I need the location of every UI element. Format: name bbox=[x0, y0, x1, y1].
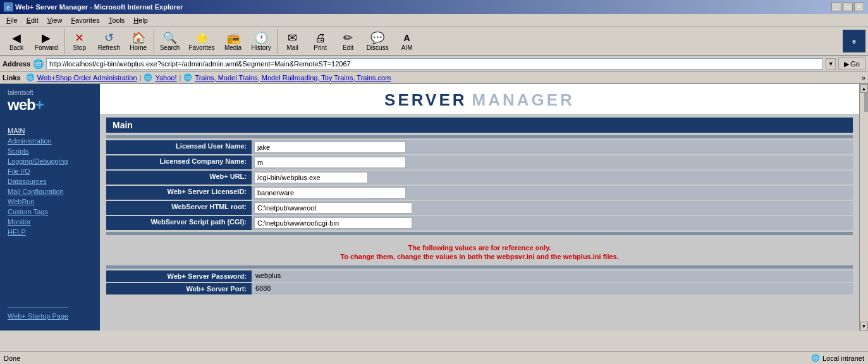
home-label: Home bbox=[130, 44, 147, 51]
input-bg-licenseid bbox=[252, 186, 853, 200]
menu-favorites[interactable]: Favorites bbox=[67, 15, 103, 25]
label-url: Web+ URL: bbox=[106, 171, 252, 185]
links-item-webshop[interactable]: Web+Shop Order Administration bbox=[37, 74, 137, 82]
go-label: Go bbox=[850, 60, 860, 68]
input-url[interactable] bbox=[254, 172, 368, 183]
section-title: Main bbox=[113, 120, 133, 130]
nav-help[interactable]: HELP bbox=[8, 228, 92, 236]
toolbar-sep2 bbox=[154, 28, 154, 54]
notice-text-1: The following values are for reference o… bbox=[106, 239, 853, 253]
minimize-button[interactable]: _ bbox=[831, 3, 841, 11]
content-area: talentsoft web+ MAIN Administration Scri… bbox=[0, 84, 868, 331]
print-icon: 🖨 bbox=[315, 32, 326, 44]
scroll-down-button[interactable]: ▼ bbox=[860, 322, 868, 331]
notice-text-2: To change them, change the values in bot… bbox=[106, 253, 853, 265]
webplus-label: web bbox=[8, 96, 35, 113]
server-word: SERVER bbox=[384, 90, 467, 110]
nav-mail[interactable]: Mail Configuration bbox=[8, 187, 92, 196]
history-label: History bbox=[252, 44, 271, 51]
input-licenseid[interactable] bbox=[254, 187, 406, 198]
manager-word: MANAGER bbox=[472, 90, 575, 110]
nav-monitor[interactable]: Monitor bbox=[8, 217, 92, 226]
nav-main[interactable]: MAIN bbox=[8, 126, 92, 135]
go-button[interactable]: ▶ Go bbox=[838, 58, 865, 70]
aim-label: AIM bbox=[401, 44, 413, 51]
forward-button[interactable]: ▶ Forward bbox=[30, 30, 63, 53]
edit-button[interactable]: ✏ Edit bbox=[334, 30, 362, 53]
plus-label: + bbox=[35, 96, 44, 113]
back-button[interactable]: ◀ Back bbox=[3, 30, 30, 53]
close-button[interactable]: ✕ bbox=[854, 3, 864, 11]
address-input[interactable] bbox=[46, 58, 823, 70]
nav-logging[interactable]: Logging/Debugging bbox=[8, 157, 92, 166]
scroll-thumb[interactable] bbox=[864, 93, 869, 112]
address-label: Address bbox=[3, 60, 30, 68]
back-icon: ◀ bbox=[12, 32, 21, 44]
window-title: Web+ Server Manager - Microsoft Internet… bbox=[15, 3, 183, 11]
nav-webrun[interactable]: WebRun bbox=[8, 197, 92, 206]
refresh-button[interactable]: ↺ Refresh bbox=[94, 30, 125, 53]
scroll-up-button[interactable]: ▲ bbox=[860, 84, 868, 93]
section-header: Main bbox=[106, 118, 853, 133]
favorites-button[interactable]: ⭐ Favorites bbox=[184, 30, 219, 53]
stop-icon: ✕ bbox=[75, 32, 84, 44]
address-bar: Address 🌐 ▼ ▶ Go bbox=[0, 56, 868, 72]
input-username[interactable] bbox=[254, 142, 406, 153]
nav-datasources[interactable]: Datasources bbox=[8, 177, 92, 186]
sidebar-nav: MAIN Administration Scripts Logging/Debu… bbox=[8, 126, 92, 236]
nav-fileio[interactable]: File I/O bbox=[8, 167, 92, 176]
menu-edit[interactable]: Edit bbox=[23, 15, 42, 25]
nav-startup-page[interactable]: Web+ Startup Page bbox=[8, 312, 68, 320]
links-expand[interactable]: » bbox=[862, 74, 865, 82]
print-button[interactable]: 🖨 Print bbox=[307, 30, 334, 53]
server-header: SERVER MANAGER bbox=[100, 84, 859, 114]
home-button[interactable]: 🏠 Home bbox=[125, 30, 152, 53]
label-company: Licensed Company Name: bbox=[106, 155, 252, 169]
search-button[interactable]: 🔍 Search bbox=[156, 30, 185, 53]
history-button[interactable]: 🕐 History bbox=[247, 30, 276, 53]
favorites-icon: ⭐ bbox=[195, 32, 209, 44]
toolbar-sep1 bbox=[64, 28, 64, 54]
input-company[interactable] bbox=[254, 157, 406, 168]
edit-label: Edit bbox=[343, 44, 353, 51]
mail-label: Mail bbox=[286, 44, 298, 51]
nav-custom-tags[interactable]: Custom Tags bbox=[8, 207, 92, 216]
menu-file[interactable]: File bbox=[3, 15, 21, 25]
links-item-trains[interactable]: Trains, Model Trains, Model Railroading,… bbox=[195, 74, 391, 82]
menu-help[interactable]: Help bbox=[130, 15, 152, 25]
label-port: Web+ Server Port: bbox=[106, 283, 252, 294]
ie-favicon3: 🌐 bbox=[183, 73, 192, 82]
go-arrow-icon: ▶ bbox=[844, 60, 849, 68]
form-row-url: Web+ URL: bbox=[106, 171, 853, 185]
refresh-label: Refresh bbox=[98, 44, 120, 51]
mail-button[interactable]: ✉ Mail bbox=[279, 30, 307, 53]
ie-logo: e bbox=[843, 30, 865, 52]
password-value: webplus bbox=[254, 272, 281, 279]
toolbar: ◀ Back ▶ Forward ✕ Stop ↺ Refresh 🏠 Home… bbox=[0, 27, 868, 56]
menu-tools[interactable]: Tools bbox=[105, 15, 129, 25]
stop-button[interactable]: ✕ Stop bbox=[66, 30, 94, 53]
nav-administration[interactable]: Administration bbox=[8, 136, 92, 145]
input-bg-username bbox=[252, 140, 853, 154]
scrollbar[interactable]: ▲ ▼ bbox=[859, 84, 868, 331]
input-scriptpath[interactable] bbox=[254, 217, 412, 229]
discuss-button[interactable]: 💬 Discuss bbox=[362, 30, 393, 53]
aim-button[interactable]: A AIM bbox=[393, 30, 421, 53]
form-row-port: Web+ Server Port: 6888 bbox=[106, 283, 853, 294]
form-row-licenseid: Web+ Server LicenseID: bbox=[106, 186, 853, 200]
menu-bar: File Edit View Favorites Tools Help bbox=[0, 14, 868, 27]
input-bg-scriptpath bbox=[252, 216, 853, 230]
input-bg-company bbox=[252, 155, 853, 169]
input-htmlroot[interactable] bbox=[254, 202, 412, 214]
title-bar: e Web+ Server Manager - Microsoft Intern… bbox=[0, 0, 868, 14]
links-label: Links bbox=[3, 74, 21, 82]
address-dropdown[interactable]: ▼ bbox=[826, 58, 836, 70]
nav-scripts[interactable]: Scripts bbox=[8, 147, 92, 155]
forward-label: Forward bbox=[35, 44, 58, 51]
print-label: Print bbox=[314, 44, 327, 51]
form-row-scriptpath: WebServer Script path (CGI): bbox=[106, 216, 853, 230]
media-button[interactable]: 📻 Media bbox=[219, 30, 247, 53]
links-item-yahoo[interactable]: Yahoo! bbox=[155, 74, 176, 82]
menu-view[interactable]: View bbox=[44, 15, 66, 25]
restore-button[interactable]: ▭ bbox=[843, 3, 853, 11]
